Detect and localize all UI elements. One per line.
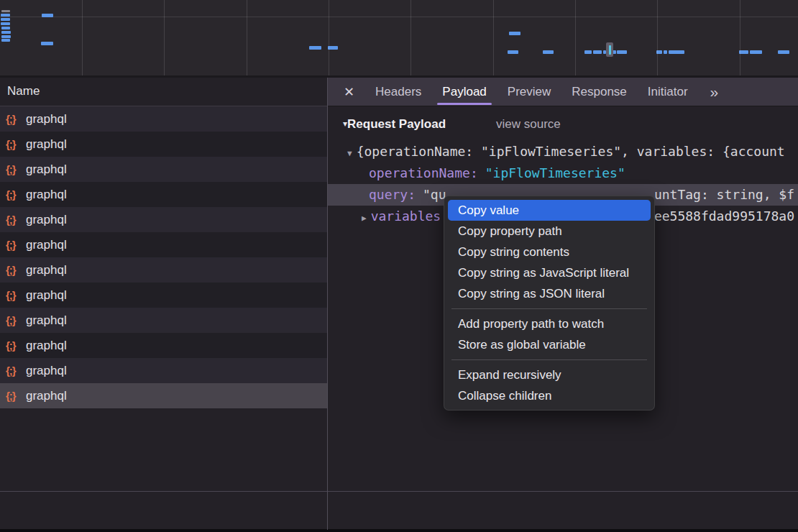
menu-item-collapse-children[interactable]: Collapse children xyxy=(448,385,651,406)
menu-item-store-as-global-variable[interactable]: Store as global variable xyxy=(448,334,651,355)
request-row[interactable]: {;}graphql xyxy=(0,106,327,132)
timeline-bar xyxy=(328,46,338,50)
menu-item-expand-recursively[interactable]: Expand recursively xyxy=(448,364,651,385)
section-title: Request Payload xyxy=(347,117,446,131)
request-name: graphql xyxy=(26,162,67,177)
request-row[interactable]: {;}graphql xyxy=(0,157,327,182)
status-bar xyxy=(0,491,798,529)
timeline-gridline xyxy=(329,0,329,75)
timeline-bar xyxy=(1,14,10,17)
menu-item-copy-property-path[interactable]: Copy property path xyxy=(448,221,651,242)
timeline-bar xyxy=(750,50,762,54)
view-source-link[interactable]: view source xyxy=(496,117,561,131)
json-file-icon: {;} xyxy=(6,314,26,326)
property-value-right: untTag: string, $f xyxy=(654,184,794,206)
network-overview-timeline[interactable] xyxy=(0,0,798,78)
tab-headers[interactable]: Headers xyxy=(375,78,421,106)
devtools-window: Name ✕ HeadersPayloadPreviewResponseInit… xyxy=(0,0,798,532)
name-column-label: Name xyxy=(7,84,40,98)
timeline-marker xyxy=(606,42,613,57)
timeline-bar xyxy=(309,46,321,50)
more-tabs-icon[interactable]: » xyxy=(710,83,719,101)
timeline-gridline xyxy=(411,0,411,75)
timeline-bar xyxy=(1,22,10,25)
expand-arrow-icon[interactable]: ▼ xyxy=(347,149,352,158)
request-row[interactable]: {;}graphql xyxy=(0,358,327,383)
request-name: graphql xyxy=(26,137,67,152)
name-column-header[interactable]: Name xyxy=(0,78,327,106)
request-row[interactable]: {;}graphql xyxy=(0,257,327,283)
timeline-gridline xyxy=(740,0,740,75)
request-name: graphql xyxy=(26,389,67,403)
operation-name-row[interactable]: operationName:"ipFlowTimeseries" xyxy=(328,162,798,184)
menu-item-copy-string-as-json-literal[interactable]: Copy string as JSON literal xyxy=(448,283,651,304)
timeline-gridline xyxy=(82,0,83,75)
timeline-bar xyxy=(584,50,592,54)
context-menu: Copy valueCopy property pathCopy string … xyxy=(444,196,655,411)
tab-payload[interactable]: Payload xyxy=(442,78,486,106)
timeline-bar xyxy=(617,50,627,54)
timeline-bar xyxy=(1,31,11,34)
tab-preview[interactable]: Preview xyxy=(508,78,551,106)
json-file-icon: {;} xyxy=(6,339,26,352)
json-file-icon: {;} xyxy=(6,364,26,377)
request-row[interactable]: {;}graphql xyxy=(0,333,327,358)
request-row[interactable]: {;}graphql xyxy=(0,182,327,207)
json-file-icon: {;} xyxy=(6,264,26,276)
timeline-bar xyxy=(593,50,602,54)
property-value-left: "qu xyxy=(423,187,446,202)
json-file-icon: {;} xyxy=(6,390,26,402)
payload-summary: {operationName: "ipFlowTimeseries", vari… xyxy=(357,144,785,159)
request-name: graphql xyxy=(26,364,67,378)
timeline-bar-gray xyxy=(1,10,10,12)
menu-item-add-property-path-to-watch[interactable]: Add property path to watch xyxy=(448,313,651,334)
property-key: variables xyxy=(371,208,441,224)
timeline-bar xyxy=(42,14,53,17)
request-row[interactable]: {;}graphql xyxy=(0,132,327,157)
json-file-icon: {;} xyxy=(6,138,26,150)
request-row[interactable]: {;}graphql xyxy=(0,308,327,333)
timeline-horizontal-gridline xyxy=(0,17,798,17)
menu-separator xyxy=(451,359,647,360)
timeline-gridline xyxy=(247,0,247,75)
timeline-marker-line xyxy=(609,45,611,55)
request-payload-header: ▾Request Payloadview source xyxy=(328,106,798,132)
request-row[interactable]: {;}graphql xyxy=(0,232,327,257)
menu-item-copy-string-as-javascript-literal[interactable]: Copy string as JavaScript literal xyxy=(448,262,651,283)
request-name: graphql xyxy=(26,339,67,353)
request-name: graphql xyxy=(26,313,67,328)
tab-initiator[interactable]: Initiator xyxy=(648,78,688,106)
request-row[interactable]: {;}graphql xyxy=(0,383,327,408)
json-file-icon: {;} xyxy=(6,289,26,301)
panel-divider[interactable] xyxy=(327,78,328,530)
expand-arrow-icon[interactable]: ▶ xyxy=(362,214,367,223)
request-name: graphql xyxy=(26,213,67,227)
timeline-bar xyxy=(1,35,11,38)
request-row[interactable]: {;}graphql xyxy=(0,283,327,308)
request-row[interactable]: {;}graphql xyxy=(0,207,327,232)
menu-item-copy-value[interactable]: Copy value xyxy=(448,200,651,221)
tab-response[interactable]: Response xyxy=(572,78,627,106)
property-value-right: ee5588fdad995178a0 xyxy=(654,206,794,227)
json-file-icon: {;} xyxy=(6,214,26,226)
json-file-icon: {;} xyxy=(6,163,26,175)
json-file-icon: {;} xyxy=(6,113,26,125)
json-file-icon: {;} xyxy=(6,239,26,251)
detail-tab-bar: ✕ HeadersPayloadPreviewResponseInitiator… xyxy=(328,78,798,106)
timeline-gridline xyxy=(657,0,658,75)
timeline-bar xyxy=(543,50,554,54)
menu-item-copy-string-contents[interactable]: Copy string contents xyxy=(448,242,651,262)
timeline-gridline xyxy=(575,0,576,75)
payload-root-row[interactable]: ▼{operationName: "ipFlowTimeseries", var… xyxy=(328,141,798,162)
timeline-bar xyxy=(664,50,667,54)
request-name: graphql xyxy=(26,288,67,303)
close-icon[interactable]: ✕ xyxy=(344,84,354,100)
menu-separator xyxy=(451,308,647,309)
timeline-bar xyxy=(1,27,10,29)
request-name: graphql xyxy=(26,112,67,127)
timeline-bar xyxy=(1,39,10,42)
timeline-bar xyxy=(508,50,518,54)
property-value: "ipFlowTimeseries" xyxy=(485,165,625,180)
timeline-bar xyxy=(41,42,53,45)
timeline-bar xyxy=(669,50,684,54)
